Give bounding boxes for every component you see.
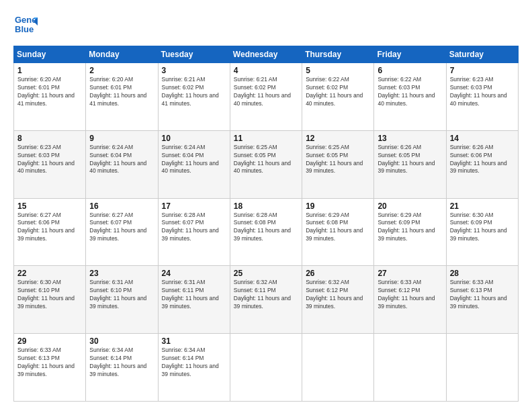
calendar-week-0: 1Sunrise: 6:20 AMSunset: 6:01 PMDaylight… [14, 63, 519, 131]
calendar-cell-27: 27Sunrise: 6:33 AMSunset: 6:12 PMDayligh… [374, 266, 446, 334]
calendar-cell-16: 16Sunrise: 6:27 AMSunset: 6:07 PMDayligh… [86, 198, 158, 266]
calendar-week-2: 15Sunrise: 6:27 AMSunset: 6:06 PMDayligh… [14, 198, 519, 266]
calendar-cell-11: 11Sunrise: 6:25 AMSunset: 6:05 PMDayligh… [230, 130, 302, 198]
calendar-cell-19: 19Sunrise: 6:29 AMSunset: 6:08 PMDayligh… [302, 198, 374, 266]
col-header-saturday: Saturday [446, 46, 518, 63]
calendar-cell-26: 26Sunrise: 6:32 AMSunset: 6:12 PMDayligh… [302, 266, 374, 334]
calendar-cell-15: 15Sunrise: 6:27 AMSunset: 6:06 PMDayligh… [14, 198, 86, 266]
calendar-cell-24: 24Sunrise: 6:31 AMSunset: 6:11 PMDayligh… [158, 266, 230, 334]
calendar-cell-8: 8Sunrise: 6:23 AMSunset: 6:03 PMDaylight… [14, 130, 86, 198]
calendar-cell-29: 29Sunrise: 6:33 AMSunset: 6:13 PMDayligh… [14, 334, 86, 402]
calendar-cell-9: 9Sunrise: 6:24 AMSunset: 6:04 PMDaylight… [86, 130, 158, 198]
empty-cell [302, 334, 374, 402]
calendar-cell-1: 1Sunrise: 6:20 AMSunset: 6:01 PMDaylight… [14, 63, 86, 131]
calendar-cell-10: 10Sunrise: 6:24 AMSunset: 6:04 PMDayligh… [158, 130, 230, 198]
calendar-week-1: 8Sunrise: 6:23 AMSunset: 6:03 PMDaylight… [14, 130, 519, 198]
calendar-cell-22: 22Sunrise: 6:30 AMSunset: 6:10 PMDayligh… [14, 266, 86, 334]
logo-icon: General Blue [13, 12, 38, 36]
calendar-cell-3: 3Sunrise: 6:21 AMSunset: 6:02 PMDaylight… [158, 63, 230, 131]
col-header-tuesday: Tuesday [158, 46, 230, 63]
calendar-week-3: 22Sunrise: 6:30 AMSunset: 6:10 PMDayligh… [14, 266, 519, 334]
empty-cell [446, 334, 518, 402]
col-header-monday: Monday [86, 46, 158, 63]
calendar-cell-31: 31Sunrise: 6:34 AMSunset: 6:14 PMDayligh… [158, 334, 230, 402]
svg-text:Blue: Blue [15, 24, 34, 34]
col-header-friday: Friday [374, 46, 446, 63]
empty-cell [374, 334, 446, 402]
calendar-cell-2: 2Sunrise: 6:20 AMSunset: 6:01 PMDaylight… [86, 63, 158, 131]
calendar-header-row: SundayMondayTuesdayWednesdayThursdayFrid… [14, 46, 519, 63]
calendar-cell-5: 5Sunrise: 6:22 AMSunset: 6:02 PMDaylight… [302, 63, 374, 131]
calendar-cell-28: 28Sunrise: 6:33 AMSunset: 6:13 PMDayligh… [446, 266, 518, 334]
calendar-cell-21: 21Sunrise: 6:30 AMSunset: 6:09 PMDayligh… [446, 198, 518, 266]
calendar-cell-4: 4Sunrise: 6:21 AMSunset: 6:02 PMDaylight… [230, 63, 302, 131]
calendar-cell-17: 17Sunrise: 6:28 AMSunset: 6:07 PMDayligh… [158, 198, 230, 266]
calendar-cell-20: 20Sunrise: 6:29 AMSunset: 6:09 PMDayligh… [374, 198, 446, 266]
calendar-cell-25: 25Sunrise: 6:32 AMSunset: 6:11 PMDayligh… [230, 266, 302, 334]
col-header-sunday: Sunday [14, 46, 86, 63]
calendar-cell-7: 7Sunrise: 6:23 AMSunset: 6:03 PMDaylight… [446, 63, 518, 131]
empty-cell [230, 334, 302, 402]
calendar-cell-14: 14Sunrise: 6:26 AMSunset: 6:06 PMDayligh… [446, 130, 518, 198]
calendar-cell-12: 12Sunrise: 6:25 AMSunset: 6:05 PMDayligh… [302, 130, 374, 198]
calendar-cell-23: 23Sunrise: 6:31 AMSunset: 6:10 PMDayligh… [86, 266, 158, 334]
calendar-week-4: 29Sunrise: 6:33 AMSunset: 6:13 PMDayligh… [14, 334, 519, 402]
col-header-thursday: Thursday [302, 46, 374, 63]
calendar-cell-30: 30Sunrise: 6:34 AMSunset: 6:14 PMDayligh… [86, 334, 158, 402]
calendar-body: 1Sunrise: 6:20 AMSunset: 6:01 PMDaylight… [14, 63, 519, 402]
svg-text:General: General [15, 15, 38, 25]
calendar-cell-6: 6Sunrise: 6:22 AMSunset: 6:03 PMDaylight… [374, 63, 446, 131]
page: General Blue SundayMondayTuesdayWednesda… [0, 0, 532, 411]
calendar-cell-18: 18Sunrise: 6:28 AMSunset: 6:08 PMDayligh… [230, 198, 302, 266]
col-header-wednesday: Wednesday [230, 46, 302, 63]
header: General Blue [13, 12, 519, 39]
logo: General Blue [13, 12, 38, 39]
calendar-cell-13: 13Sunrise: 6:26 AMSunset: 6:05 PMDayligh… [374, 130, 446, 198]
calendar-table: SundayMondayTuesdayWednesdayThursdayFrid… [13, 46, 519, 402]
